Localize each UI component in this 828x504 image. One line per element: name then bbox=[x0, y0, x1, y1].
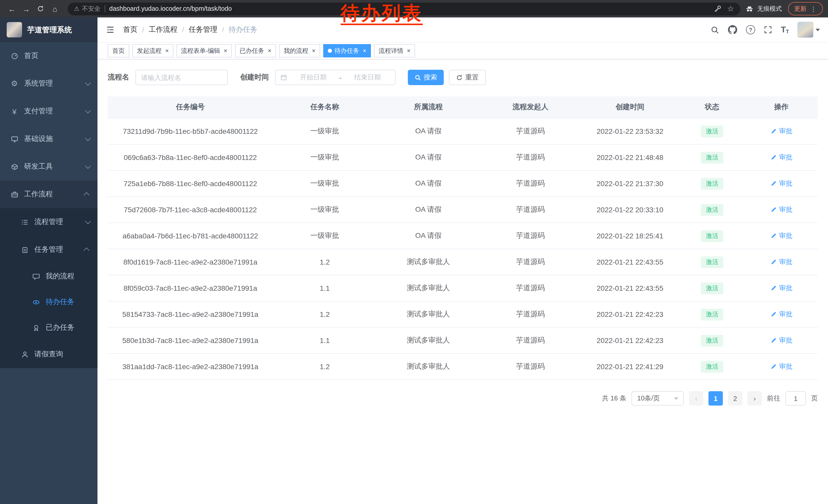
cell-process: 测试多审批人 bbox=[377, 301, 480, 327]
approve-link[interactable]: 审批 bbox=[770, 179, 792, 188]
tab-todo-task[interactable]: 待办任务 × bbox=[323, 44, 371, 57]
page-button-2[interactable]: 2 bbox=[728, 391, 742, 406]
sidebar-item-process-mgmt[interactable]: 流程管理 bbox=[0, 208, 97, 236]
tab-home[interactable]: 首页 bbox=[108, 44, 129, 57]
process-name-input[interactable] bbox=[135, 70, 228, 85]
next-page-button[interactable]: › bbox=[747, 391, 762, 406]
sidebar-item-pay[interactable]: ¥ 支付管理 bbox=[0, 97, 97, 125]
approve-link[interactable]: 审批 bbox=[770, 336, 792, 345]
tab-start-process[interactable]: 发起流程 × bbox=[132, 44, 173, 57]
breadcrumb-item[interactable]: 首页 bbox=[123, 25, 137, 34]
breadcrumb-item[interactable]: 工作流程 bbox=[149, 25, 177, 34]
approve-link[interactable]: 审批 bbox=[770, 362, 792, 371]
breadcrumb-separator: / bbox=[142, 26, 144, 34]
approve-link[interactable]: 审批 bbox=[770, 283, 792, 293]
sidebar-item-devtools[interactable]: 研发工具 bbox=[0, 153, 97, 180]
cell-starter: 芋道源码 bbox=[480, 171, 581, 197]
cell-task-name: 1.2 bbox=[273, 301, 377, 327]
start-date-placeholder: 开始日期 bbox=[290, 73, 336, 82]
page-button-1[interactable]: 1 bbox=[708, 391, 723, 406]
browser-reload-button[interactable] bbox=[34, 2, 47, 15]
approve-link[interactable]: 审批 bbox=[770, 205, 792, 214]
sidebar-item-task-mgmt[interactable]: 任务管理 bbox=[0, 236, 97, 264]
browser-home-button[interactable]: ⌂ bbox=[48, 2, 61, 15]
browser-back-button[interactable]: ← bbox=[5, 2, 18, 15]
sidebar-item-workflow[interactable]: 工作流程 bbox=[0, 180, 97, 208]
search-icon[interactable] bbox=[710, 26, 719, 34]
yen-icon: ¥ bbox=[10, 107, 18, 116]
close-icon[interactable]: × bbox=[224, 48, 227, 54]
sidebar-item-infra[interactable]: 基础设施 bbox=[0, 125, 97, 153]
github-icon[interactable] bbox=[728, 25, 737, 34]
fullscreen-icon[interactable] bbox=[764, 26, 772, 34]
prev-page-button[interactable]: ‹ bbox=[689, 391, 703, 406]
close-icon[interactable]: × bbox=[407, 48, 410, 54]
edit-icon bbox=[770, 259, 777, 265]
approve-link[interactable]: 审批 bbox=[770, 310, 792, 319]
workflow-submenu: 流程管理 任务管理 我的流程 bbox=[0, 208, 97, 368]
status-badge: 激活 bbox=[701, 151, 723, 163]
sidebar-label: 请假查询 bbox=[34, 350, 63, 359]
cell-task-name: 一级审批 bbox=[273, 171, 377, 197]
cell-starter: 芋道源码 bbox=[480, 275, 581, 301]
cell-task-name: 1.2 bbox=[273, 354, 377, 380]
cell-process: 测试多审批人 bbox=[377, 354, 480, 380]
close-icon[interactable]: × bbox=[268, 48, 272, 54]
chevron-down-icon bbox=[85, 108, 91, 113]
bookmark-star-icon[interactable]: ☆ bbox=[727, 4, 734, 13]
approve-link[interactable]: 审批 bbox=[770, 258, 792, 267]
edit-icon bbox=[770, 180, 777, 187]
goto-page-input[interactable] bbox=[785, 391, 806, 406]
breadcrumb-item[interactable]: 任务管理 bbox=[189, 25, 217, 34]
search-button[interactable]: 搜索 bbox=[408, 70, 444, 85]
goto-suffix: 页 bbox=[811, 394, 818, 403]
sidebar-item-leave-query[interactable]: 请假查询 bbox=[0, 340, 97, 368]
sidebar-label: 首页 bbox=[24, 51, 38, 60]
cell-create-time: 2022-01-21 22:41:29 bbox=[581, 354, 679, 380]
col-create-time: 创建时间 bbox=[581, 96, 679, 118]
user-menu[interactable] bbox=[798, 22, 820, 37]
help-icon[interactable]: ? bbox=[746, 25, 755, 34]
approve-link[interactable]: 审批 bbox=[770, 153, 792, 162]
table-row: 8f0d1619-7ac8-11ec-a9e2-a2380e71991a 1.2… bbox=[108, 249, 818, 275]
sidebar-item-done-task[interactable]: 已办任务 bbox=[0, 315, 97, 340]
page-size-select[interactable]: 10条/页 bbox=[631, 391, 684, 406]
browser-forward-button[interactable]: → bbox=[19, 2, 33, 15]
password-key-icon[interactable] bbox=[713, 5, 721, 12]
cell-create-time: 2022-01-22 23:53:32 bbox=[581, 118, 679, 144]
browser-menu-icon[interactable]: ⋮ bbox=[810, 5, 817, 12]
sidebar-item-home[interactable]: 首页 bbox=[0, 42, 97, 70]
logo[interactable]: 芋道管理系统 bbox=[0, 17, 97, 42]
close-icon[interactable]: × bbox=[165, 48, 169, 54]
date-range-picker[interactable]: 开始日期 - 结束日期 bbox=[275, 70, 396, 85]
approve-link[interactable]: 审批 bbox=[770, 127, 792, 136]
tab-form-edit[interactable]: 流程表单-编辑 × bbox=[176, 44, 232, 57]
sidebar-item-todo-task[interactable]: 待办任务 bbox=[0, 289, 97, 315]
approve-link[interactable]: 审批 bbox=[770, 231, 792, 240]
close-icon[interactable]: × bbox=[363, 48, 366, 54]
tab-done-task[interactable]: 已办任务 × bbox=[235, 44, 276, 57]
security-indicator[interactable]: ⚠ 不安全 bbox=[74, 4, 100, 13]
font-size-icon[interactable]: TT bbox=[781, 25, 789, 34]
omnibox-divider bbox=[105, 5, 105, 12]
table-row: 8f059c03-7ac8-11ec-a9e2-a2380e71991a 1.1… bbox=[108, 275, 818, 301]
incognito-label: 无痕模式 bbox=[757, 4, 782, 13]
table-row: 725a1eb6-7b88-11ec-8ef0-acde48001122 一级审… bbox=[108, 171, 818, 197]
status-badge: 激活 bbox=[701, 334, 723, 346]
logo-title: 芋道管理系统 bbox=[27, 25, 72, 35]
annotation-todo-list: 待办列表 bbox=[341, 4, 423, 25]
browser-update-button[interactable]: 更新 ⋮ bbox=[788, 2, 823, 15]
close-icon[interactable]: × bbox=[312, 48, 316, 54]
sidebar-item-my-process[interactable]: 我的流程 bbox=[0, 264, 97, 289]
sidebar-collapse-icon[interactable] bbox=[106, 25, 115, 34]
cell-task-name: 一级审批 bbox=[273, 118, 377, 144]
search-icon bbox=[415, 74, 421, 81]
chevron-up-icon bbox=[84, 248, 89, 254]
tab-my-process[interactable]: 我的流程 × bbox=[279, 44, 320, 57]
sidebar-item-system[interactable]: ⚙ 系统管理 bbox=[0, 70, 97, 97]
table-row: 58154733-7ac8-11ec-a9e2-a2380e71991a 1.2… bbox=[108, 301, 818, 327]
sidebar-label: 研发工具 bbox=[24, 162, 53, 171]
table-row: 381aa1dd-7ac8-11ec-a9e2-a2380e71991a 1.2… bbox=[108, 354, 818, 380]
reset-button[interactable]: 重置 bbox=[449, 70, 486, 85]
tab-process-detail[interactable]: 流程详情 × bbox=[374, 44, 415, 57]
